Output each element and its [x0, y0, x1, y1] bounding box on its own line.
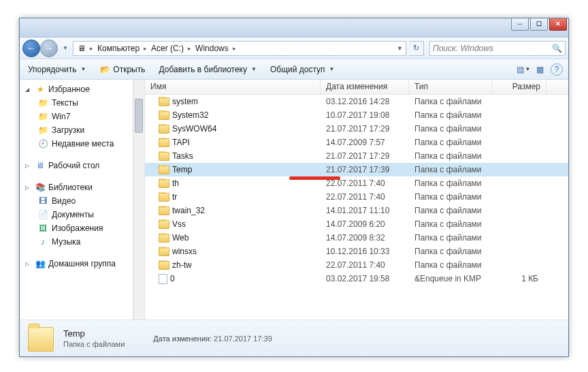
crumb-folder[interactable]: Windows — [193, 42, 231, 55]
sidebar-header-favorites[interactable]: ◢ ★ Избранное — [25, 82, 144, 96]
file-row[interactable]: Web14.07.2009 8:32Папка с файлами — [145, 231, 568, 245]
sidebar-item-texts[interactable]: 📁Тексты — [25, 96, 144, 110]
forward-button[interactable]: → — [40, 40, 58, 57]
file-row[interactable]: 003.02.2017 19:58&Enqueue in KMP1 КБ — [145, 272, 568, 285]
sidebar-group-favorites: ◢ ★ Избранное 📁Тексты 📁Win7 📁Загрузки 🕘Н… — [20, 80, 144, 156]
file-type: Папка с файлами — [409, 260, 492, 270]
file-icon — [159, 274, 167, 284]
sidebar-item-music[interactable]: ♪Музыка — [25, 235, 144, 249]
desktop-label: Рабочий стол — [48, 161, 99, 170]
organize-button[interactable]: Упорядочить ▼ — [25, 63, 88, 76]
sidebar-item-documents[interactable]: 📄Документы — [25, 208, 144, 221]
help-button[interactable]: ? — [551, 63, 563, 76]
view-options-button[interactable]: ▤▼ — [518, 64, 529, 75]
chevron-down-icon: ▼ — [63, 45, 68, 51]
crumb-sep-icon[interactable]: ▸ — [186, 45, 193, 52]
file-type: Папка с файлами — [409, 247, 492, 256]
address-dropdown[interactable]: ▼ — [395, 45, 404, 52]
file-row[interactable]: System3210.07.2017 19:08Папка с файлами — [145, 108, 568, 122]
file-date: 03.02.2017 19:58 — [321, 274, 409, 283]
refresh-icon: ↻ — [413, 44, 419, 52]
file-date: 21.07.2017 17:29 — [321, 151, 409, 161]
chevron-down-icon: ▼ — [251, 66, 257, 72]
document-icon: 📄 — [37, 209, 48, 220]
details-folder-icon — [27, 324, 55, 353]
arrow-right-icon: → — [45, 43, 54, 53]
preview-pane-button[interactable]: ▦ — [534, 64, 545, 75]
file-row[interactable]: th22.07.2011 7:40Папка с файлами — [145, 176, 568, 190]
sidebar-item-win7[interactable]: 📁Win7 — [25, 110, 144, 123]
column-type[interactable]: Тип — [409, 80, 492, 94]
recent-icon: 🕘 — [37, 138, 48, 149]
file-row[interactable]: SysWOW6421.07.2017 17:29Папка с файлами — [145, 122, 568, 136]
sidebar-header-homegroup[interactable]: ▷ 👥 Домашняя группа — [25, 257, 144, 270]
sidebar-header-libraries[interactable]: ▷ 📚 Библиотеки — [25, 181, 144, 194]
details-name: Temp — [63, 328, 125, 339]
open-button[interactable]: 📂 Открыть — [97, 63, 148, 76]
crumb-drive[interactable]: Acer (C:) — [148, 42, 186, 55]
details-meta: Дата изменения: 21.07.2017 17:39 — [153, 335, 272, 343]
file-rows: system03.12.2016 14:28Папка с файламиSys… — [145, 95, 568, 285]
crumb-sep-icon[interactable]: ▸ — [88, 45, 95, 52]
body-area: ◢ ★ Избранное 📁Тексты 📁Win7 📁Загрузки 🕘Н… — [20, 80, 568, 320]
scrollbar-thumb[interactable] — [135, 99, 143, 133]
file-row[interactable]: system03.12.2016 14:28Папка с файлами — [145, 95, 568, 108]
sidebar-item-video[interactable]: 🎞Видео — [25, 194, 144, 208]
sidebar-item-images[interactable]: 🖼Изображения — [25, 221, 144, 235]
addlib-label: Добавить в библиотеку — [159, 65, 247, 74]
file-row[interactable]: zh-tw22.07.2011 7:40Папка с файлами — [145, 258, 568, 272]
crumb-sep-icon[interactable]: ▸ — [142, 45, 148, 52]
column-name[interactable]: Имя — [145, 80, 321, 94]
sidebar-scrollbar[interactable] — [133, 80, 144, 320]
file-row[interactable]: Vss14.07.2009 6:20Папка с файлами — [145, 217, 568, 231]
sidebar-item-recent[interactable]: 🕘Недавние места — [25, 137, 144, 151]
details-date-label: Дата изменения: — [153, 335, 212, 343]
minimize-button[interactable]: ─ — [511, 18, 529, 31]
help-icon: ? — [555, 65, 559, 74]
add-to-library-button[interactable]: Добавить в библиотеку ▼ — [156, 63, 259, 76]
library-icon: 📚 — [35, 182, 46, 193]
file-name: Vss — [172, 219, 186, 229]
sidebar-header-desktop[interactable]: ▷ 🖥 Рабочий стол — [25, 159, 144, 172]
crumb-sep-icon[interactable]: ▸ — [231, 45, 238, 52]
folder-icon — [159, 234, 169, 243]
address-bar[interactable]: 🖥 ▸ Компьютер ▸ Acer (C:) ▸ Windows ▸ ▼ — [73, 41, 406, 56]
crumb-root-icon[interactable]: 🖥 — [75, 42, 88, 55]
file-name: winsxs — [172, 247, 197, 256]
titlebar[interactable]: ─ ☐ ✕ — [20, 18, 568, 37]
file-date: 03.12.2016 14:28 — [321, 97, 409, 106]
maximize-button[interactable]: ☐ — [530, 18, 548, 31]
file-row[interactable]: Temp21.07.2017 17:39Папка с файлами — [145, 163, 568, 176]
minimize-icon: ─ — [518, 21, 522, 27]
file-row[interactable]: winsxs10.12.2016 10:33Папка с файлами — [145, 245, 568, 258]
back-button[interactable]: ← — [22, 40, 40, 57]
file-row[interactable]: Tasks21.07.2017 17:29Папка с файлами — [145, 149, 568, 163]
sidebar-group-libraries: ▷ 📚 Библиотеки 🎞Видео 📄Документы 🖼Изобра… — [20, 178, 144, 254]
sidebar-group-homegroup: ▷ 👥 Домашняя группа — [20, 254, 144, 276]
file-row[interactable]: twain_3214.01.2017 11:10Папка с файлами — [145, 204, 568, 217]
close-icon: ✕ — [555, 21, 561, 27]
search-input[interactable]: Поиск: Windows 🔍 — [429, 41, 566, 56]
close-button[interactable]: ✕ — [549, 18, 567, 31]
file-row[interactable]: TAPI14.07.2009 7:57Папка с файлами — [145, 136, 568, 149]
column-date[interactable]: Дата изменения — [321, 80, 409, 94]
details-type: Папка с файлами — [63, 340, 125, 348]
crumb-computer[interactable]: Компьютер — [95, 42, 142, 55]
refresh-button[interactable]: ↻ — [409, 41, 424, 56]
file-row[interactable]: tr22.07.2011 7:40Папка с файлами — [145, 190, 568, 204]
file-date: 14.07.2009 8:32 — [321, 233, 409, 243]
sidebar-item-downloads[interactable]: 📁Загрузки — [25, 123, 144, 137]
history-dropdown[interactable]: ▼ — [61, 41, 70, 56]
folder-icon — [159, 261, 169, 270]
file-date: 22.07.2011 7:40 — [321, 192, 409, 202]
file-type: Папка с файлами — [409, 179, 492, 188]
chevron-down-icon: ▼ — [329, 66, 335, 72]
search-placeholder: Поиск: Windows — [433, 44, 493, 53]
share-button[interactable]: Общий доступ ▼ — [267, 63, 338, 76]
file-type: Папка с файлами — [409, 97, 492, 106]
navigation-pane: ◢ ★ Избранное 📁Тексты 📁Win7 📁Загрузки 🕘Н… — [20, 80, 145, 320]
share-label: Общий доступ — [270, 65, 325, 74]
details-date-value: 21.07.2017 17:39 — [214, 335, 272, 343]
file-type: Папка с файлами — [409, 192, 492, 202]
column-size[interactable]: Размер — [492, 80, 546, 94]
